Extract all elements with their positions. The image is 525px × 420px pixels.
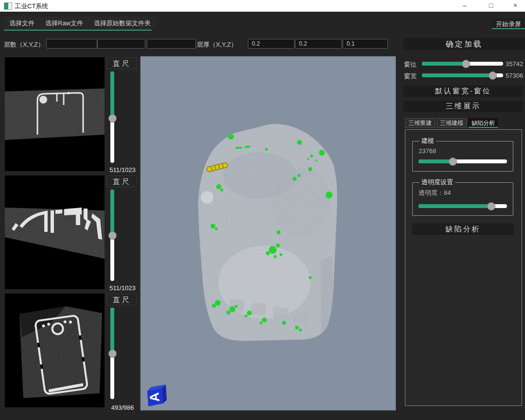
titlebar: 工业CT系统 – □ × [0, 0, 525, 12]
opacity-slider[interactable] [419, 204, 507, 208]
ct-slice-view-top[interactable] [5, 294, 105, 407]
modeling-group: 建模 23768 [412, 137, 513, 172]
slider-fill [422, 73, 492, 77]
close-button[interactable]: × [504, 0, 525, 12]
thickness-label: 层厚（X,Y,Z） [197, 40, 237, 49]
slider-fill [110, 190, 114, 235]
layers-x-input[interactable] [46, 39, 97, 49]
ct-slice-view-side[interactable] [5, 175, 105, 289]
window-width-slider[interactable] [422, 73, 503, 77]
select-raw-file-button[interactable]: 选择Raw文件 [40, 17, 88, 29]
window-level-slider[interactable] [422, 62, 503, 66]
orientation-cube[interactable]: A [147, 385, 167, 406]
tab-defect-analysis[interactable]: 缺陷分析 [468, 118, 498, 128]
window-width-value: 57306 [506, 72, 523, 79]
opacity-value-label: 透明度：84 [419, 189, 508, 197]
slider-fill [419, 204, 491, 208]
ruler-button-3[interactable]: 直尺 [107, 294, 137, 305]
slice-slider-1[interactable] [110, 71, 114, 163]
3d-viewport[interactable]: A [140, 56, 396, 411]
confirm-load-button[interactable]: 确定加载 [403, 38, 525, 50]
modeling-slider[interactable] [419, 159, 507, 163]
tab-3d-modeling[interactable]: 三维建模 [437, 118, 467, 128]
window-level-value: 35742 [506, 60, 523, 68]
slice-counter-2: 511/1023 [106, 284, 139, 292]
modeling-value: 23768 [419, 147, 508, 155]
slider-knob[interactable] [108, 114, 117, 122]
modeling-group-title: 建模 [420, 137, 436, 145]
slice-counter-1: 511/1023 [106, 166, 139, 174]
slider-fill [110, 308, 114, 353]
slice-counter-3: 493/986 [106, 404, 139, 411]
ruler-button-1[interactable]: 直尺 [107, 57, 137, 69]
slider-fill [422, 62, 466, 66]
cube-letter: A [147, 392, 162, 402]
opacity-group: 透明度设置 透明度：84 [412, 178, 513, 216]
select-file-button[interactable]: 选择文件 [4, 17, 40, 29]
maximize-button[interactable]: □ [480, 0, 502, 12]
display-3d-button[interactable]: 三维展示 [403, 101, 523, 112]
minimize-button[interactable]: – [454, 0, 476, 12]
slider-knob[interactable] [449, 158, 457, 166]
slider-knob[interactable] [108, 231, 117, 240]
thickness-z-input[interactable] [343, 39, 388, 49]
slider-knob[interactable] [462, 60, 470, 68]
ruler-button-2[interactable]: 直尺 [107, 175, 137, 187]
slider-knob[interactable] [489, 71, 497, 80]
slice-slider-2[interactable] [110, 190, 114, 281]
thickness-x-input[interactable] [248, 39, 295, 49]
ct-slice-view-front[interactable] [5, 57, 105, 171]
thickness-y-input[interactable] [295, 39, 342, 49]
window-level-label: 窗位 [404, 60, 417, 69]
slider-fill [110, 71, 114, 118]
file-toolbar: 选择文件 选择Raw文件 选择原始数据文件夹 [4, 17, 152, 31]
slider-knob[interactable] [487, 202, 495, 210]
default-window-button[interactable]: 默认窗宽-窗位 [403, 86, 523, 97]
window-width-label: 窗宽 [404, 72, 417, 81]
tab-3d-reconstruction[interactable]: 三维重建 [405, 118, 435, 128]
opacity-group-title: 透明度设置 [420, 178, 455, 187]
app-window: 工业CT系统 – □ × 选择文件 选择Raw文件 选择原始数据文件夹 开始录屏… [0, 0, 525, 420]
select-raw-data-folder-button[interactable]: 选择原始数据文件夹 [88, 17, 156, 29]
slice-slider-3[interactable] [110, 308, 114, 399]
layers-y-input[interactable] [97, 39, 145, 49]
analysis-tabbar: 三维重建 三维建模 缺陷分析 [405, 118, 500, 129]
layers-label: 层数（X,Y,Z） [4, 40, 44, 49]
app-icon [4, 2, 12, 10]
start-recording-button[interactable]: 开始录屏 [492, 18, 525, 29]
slider-fill [419, 159, 453, 163]
slider-knob[interactable] [108, 350, 117, 358]
defect-analysis-button[interactable]: 缺陷分析 [412, 223, 514, 235]
layers-z-input[interactable] [147, 39, 196, 49]
window-title: 工业CT系统 [15, 2, 48, 11]
